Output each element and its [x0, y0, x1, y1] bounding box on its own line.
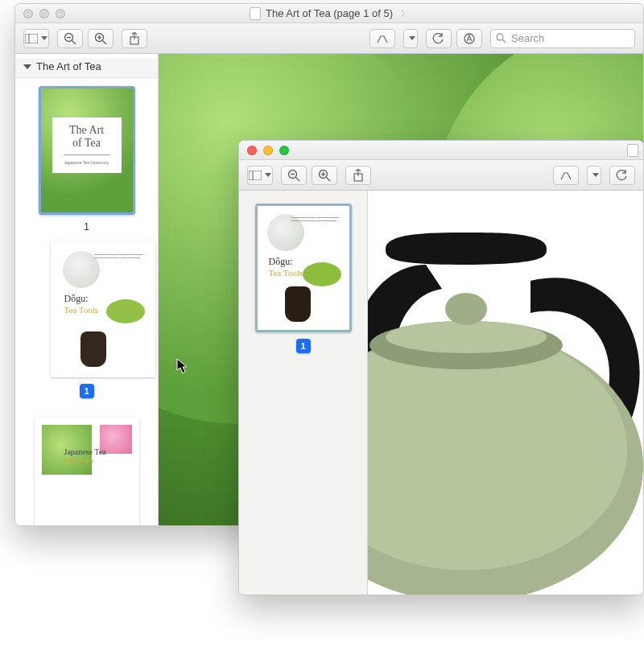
- svg-line-13: [502, 39, 506, 43]
- markup-button[interactable]: [456, 29, 482, 48]
- search-placeholder: Search: [511, 32, 544, 44]
- document-icon: [250, 7, 261, 20]
- titlebar[interactable]: The Art of Tea (page 1 of 5) 〉: [15, 4, 643, 23]
- svg-line-6: [103, 40, 107, 44]
- rotate-button[interactable]: [609, 166, 635, 185]
- minimize-button[interactable]: [39, 9, 49, 19]
- svg-rect-0: [25, 34, 38, 43]
- sidebar-header[interactable]: The Art of Tea: [15, 59, 158, 78]
- zoom-button[interactable]: [279, 146, 289, 155]
- highlight-button[interactable]: [553, 166, 579, 185]
- share-button[interactable]: [345, 166, 371, 185]
- page-label-1: 1: [84, 221, 89, 233]
- close-button[interactable]: [247, 146, 257, 155]
- document-icon: [627, 144, 638, 157]
- traffic-lights: [23, 9, 65, 19]
- highlight-button[interactable]: [369, 29, 395, 48]
- traffic-lights: [247, 146, 289, 155]
- svg-rect-14: [249, 171, 262, 180]
- svg-line-17: [296, 177, 300, 181]
- toolbar: [239, 160, 643, 191]
- zoom-button[interactable]: [56, 9, 65, 19]
- document-canvas[interactable]: [368, 191, 643, 595]
- svg-line-3: [72, 40, 76, 44]
- svg-point-29: [445, 293, 487, 325]
- thumbnail-sidebar: The Art of Tea The Art of Tea Japanese T…: [15, 54, 159, 525]
- window-title-text: The Art of Tea (page 1 of 5): [266, 7, 393, 19]
- zoom-out-button[interactable]: [57, 29, 83, 48]
- sidebar-title: The Art of Tea: [36, 60, 101, 72]
- rotate-button[interactable]: [426, 29, 452, 48]
- svg-line-20: [327, 177, 331, 181]
- sidebar-toggle-button[interactable]: [23, 29, 49, 48]
- sidebar-toggle-button[interactable]: [247, 166, 273, 185]
- window-title: The Art of Tea (page 1 of 5) 〉: [15, 7, 643, 20]
- teapot-image: [368, 208, 643, 595]
- highlight-menu-button[interactable]: [403, 29, 418, 48]
- zoom-in-button[interactable]: [88, 29, 114, 48]
- search-input[interactable]: Search: [490, 29, 635, 48]
- highlight-menu-button[interactable]: [587, 166, 601, 185]
- share-button[interactable]: [122, 29, 147, 48]
- toolbar: Search: [15, 23, 643, 54]
- page-thumbnail-1[interactable]: The Art of Tea Japanese Tea Ceremony: [39, 86, 135, 215]
- svg-point-12: [497, 34, 503, 40]
- zoom-out-button[interactable]: [281, 166, 307, 185]
- preview-window-2: ▬▬▬▬▬▬ ▬▬▬▬ ▬▬▬▬▬▬ ▬▬▬ ▬▬▬▬▬ ▬▬▬▬▬ ▬▬▬ ▬…: [238, 140, 644, 595]
- page-badge-1: 1: [296, 339, 311, 353]
- chevron-down-icon[interactable]: 〉: [401, 8, 409, 19]
- disclosure-triangle-icon[interactable]: [23, 64, 31, 69]
- page-thumbnail-2-dragged[interactable]: ▬▬▬▬▬▬ ▬▬▬▬ ▬▬▬▬▬▬ ▬▬▬ ▬▬▬▬▬ ▬▬▬▬▬ ▬▬▬ ▬…: [51, 241, 155, 377]
- page-thumbnail-3[interactable]: Japanese Tea Ceremony: [35, 418, 139, 525]
- minimize-button[interactable]: [263, 146, 273, 155]
- search-icon: [496, 33, 506, 43]
- close-button[interactable]: [23, 9, 33, 19]
- page-thumbnail-1[interactable]: ▬▬▬▬▬▬ ▬▬▬▬ ▬▬▬▬▬▬ ▬▬▬ ▬▬▬▬▬ ▬▬▬▬▬ ▬▬▬ ▬…: [255, 204, 352, 332]
- page-badge-2: 1: [80, 384, 94, 398]
- thumbnail-sidebar: ▬▬▬▬▬▬ ▬▬▬▬ ▬▬▬▬▬▬ ▬▬▬ ▬▬▬▬▬ ▬▬▬▬▬ ▬▬▬ ▬…: [239, 191, 368, 595]
- zoom-in-button[interactable]: [312, 166, 337, 185]
- svg-point-28: [386, 321, 547, 353]
- titlebar[interactable]: [239, 141, 643, 160]
- cursor-icon: [176, 358, 188, 374]
